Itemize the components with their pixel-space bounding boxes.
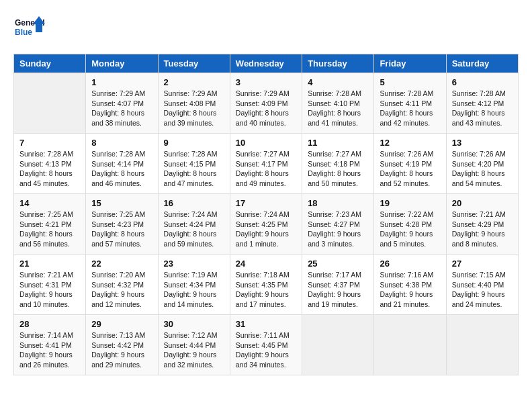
day-info: Sunrise: 7:28 AM Sunset: 4:10 PM Dayligh… bbox=[308, 89, 368, 128]
day-cell: 12Sunrise: 7:26 AM Sunset: 4:19 PM Dayli… bbox=[374, 134, 446, 194]
day-info: Sunrise: 7:27 AM Sunset: 4:18 PM Dayligh… bbox=[308, 149, 368, 189]
day-number: 12 bbox=[380, 138, 440, 148]
day-number: 4 bbox=[308, 77, 368, 87]
day-number: 25 bbox=[308, 259, 368, 269]
day-cell bbox=[446, 315, 518, 375]
day-cell: 30Sunrise: 7:12 AM Sunset: 4:44 PM Dayli… bbox=[158, 315, 230, 375]
week-row-2: 7Sunrise: 7:28 AM Sunset: 4:13 PM Daylig… bbox=[14, 134, 519, 194]
day-info: Sunrise: 7:28 AM Sunset: 4:12 PM Dayligh… bbox=[452, 89, 513, 128]
day-cell: 7Sunrise: 7:28 AM Sunset: 4:13 PM Daylig… bbox=[14, 134, 86, 194]
calendar-table: SundayMondayTuesdayWednesdayThursdayFrid… bbox=[13, 54, 519, 375]
day-info: Sunrise: 7:25 AM Sunset: 4:23 PM Dayligh… bbox=[91, 210, 152, 249]
day-cell: 26Sunrise: 7:16 AM Sunset: 4:38 PM Dayli… bbox=[374, 255, 446, 315]
day-info: Sunrise: 7:22 AM Sunset: 4:28 PM Dayligh… bbox=[380, 210, 440, 249]
day-cell bbox=[14, 73, 86, 134]
day-info: Sunrise: 7:21 AM Sunset: 4:29 PM Dayligh… bbox=[452, 210, 513, 249]
day-info: Sunrise: 7:13 AM Sunset: 4:42 PM Dayligh… bbox=[91, 330, 152, 370]
day-number: 7 bbox=[19, 138, 80, 148]
col-header-sunday: Sunday bbox=[14, 54, 86, 73]
day-number: 17 bbox=[236, 198, 296, 208]
day-cell: 25Sunrise: 7:17 AM Sunset: 4:37 PM Dayli… bbox=[302, 255, 374, 315]
day-info: Sunrise: 7:12 AM Sunset: 4:44 PM Dayligh… bbox=[164, 330, 224, 370]
col-header-friday: Friday bbox=[374, 54, 446, 73]
day-info: Sunrise: 7:24 AM Sunset: 4:24 PM Dayligh… bbox=[164, 210, 224, 249]
day-cell: 17Sunrise: 7:24 AM Sunset: 4:25 PM Dayli… bbox=[230, 194, 302, 255]
day-info: Sunrise: 7:26 AM Sunset: 4:19 PM Dayligh… bbox=[380, 149, 440, 189]
day-info: Sunrise: 7:17 AM Sunset: 4:37 PM Dayligh… bbox=[308, 270, 368, 310]
day-cell: 6Sunrise: 7:28 AM Sunset: 4:12 PM Daylig… bbox=[446, 73, 518, 134]
day-cell: 9Sunrise: 7:28 AM Sunset: 4:15 PM Daylig… bbox=[158, 134, 230, 194]
week-row-5: 28Sunrise: 7:14 AM Sunset: 4:41 PM Dayli… bbox=[14, 315, 519, 375]
day-number: 28 bbox=[19, 319, 80, 329]
day-number: 24 bbox=[236, 259, 296, 269]
day-cell: 15Sunrise: 7:25 AM Sunset: 4:23 PM Dayli… bbox=[86, 194, 158, 255]
day-cell: 24Sunrise: 7:18 AM Sunset: 4:35 PM Dayli… bbox=[230, 255, 302, 315]
page-header: General Blue bbox=[13, 13, 519, 47]
day-number: 14 bbox=[19, 198, 80, 208]
day-cell: 18Sunrise: 7:23 AM Sunset: 4:27 PM Dayli… bbox=[302, 194, 374, 255]
day-info: Sunrise: 7:14 AM Sunset: 4:41 PM Dayligh… bbox=[19, 330, 80, 370]
day-info: Sunrise: 7:21 AM Sunset: 4:31 PM Dayligh… bbox=[19, 270, 80, 310]
day-info: Sunrise: 7:27 AM Sunset: 4:17 PM Dayligh… bbox=[236, 149, 296, 189]
day-number: 1 bbox=[91, 77, 152, 87]
day-number: 27 bbox=[452, 259, 513, 269]
day-info: Sunrise: 7:29 AM Sunset: 4:07 PM Dayligh… bbox=[91, 89, 152, 128]
day-info: Sunrise: 7:15 AM Sunset: 4:40 PM Dayligh… bbox=[452, 270, 513, 310]
day-cell: 5Sunrise: 7:28 AM Sunset: 4:11 PM Daylig… bbox=[374, 73, 446, 134]
col-header-tuesday: Tuesday bbox=[158, 54, 230, 73]
day-info: Sunrise: 7:11 AM Sunset: 4:45 PM Dayligh… bbox=[236, 330, 296, 370]
day-cell bbox=[374, 315, 446, 375]
day-info: Sunrise: 7:23 AM Sunset: 4:27 PM Dayligh… bbox=[308, 210, 368, 249]
day-number: 31 bbox=[236, 319, 296, 329]
day-info: Sunrise: 7:24 AM Sunset: 4:25 PM Dayligh… bbox=[236, 210, 296, 249]
day-cell: 19Sunrise: 7:22 AM Sunset: 4:28 PM Dayli… bbox=[374, 194, 446, 255]
col-header-saturday: Saturday bbox=[446, 54, 518, 73]
day-cell: 4Sunrise: 7:28 AM Sunset: 4:10 PM Daylig… bbox=[302, 73, 374, 134]
day-number: 21 bbox=[19, 259, 80, 269]
day-number: 3 bbox=[236, 77, 296, 87]
day-number: 23 bbox=[164, 259, 224, 269]
day-number: 18 bbox=[308, 198, 368, 208]
day-number: 22 bbox=[91, 259, 152, 269]
day-number: 19 bbox=[380, 198, 440, 208]
day-cell: 27Sunrise: 7:15 AM Sunset: 4:40 PM Dayli… bbox=[446, 255, 518, 315]
day-info: Sunrise: 7:19 AM Sunset: 4:34 PM Dayligh… bbox=[164, 270, 224, 310]
day-number: 8 bbox=[91, 138, 152, 148]
day-cell: 11Sunrise: 7:27 AM Sunset: 4:18 PM Dayli… bbox=[302, 134, 374, 194]
calendar-header-row: SundayMondayTuesdayWednesdayThursdayFrid… bbox=[14, 54, 519, 73]
day-cell: 3Sunrise: 7:29 AM Sunset: 4:09 PM Daylig… bbox=[230, 73, 302, 134]
day-cell: 29Sunrise: 7:13 AM Sunset: 4:42 PM Dayli… bbox=[86, 315, 158, 375]
col-header-monday: Monday bbox=[86, 54, 158, 73]
logo-svg: General Blue bbox=[13, 13, 47, 47]
day-info: Sunrise: 7:28 AM Sunset: 4:14 PM Dayligh… bbox=[91, 149, 152, 189]
day-number: 15 bbox=[91, 198, 152, 208]
day-number: 29 bbox=[91, 319, 152, 329]
day-cell: 8Sunrise: 7:28 AM Sunset: 4:14 PM Daylig… bbox=[86, 134, 158, 194]
day-info: Sunrise: 7:20 AM Sunset: 4:32 PM Dayligh… bbox=[91, 270, 152, 310]
day-number: 26 bbox=[380, 259, 440, 269]
logo: General Blue bbox=[13, 13, 47, 47]
day-number: 10 bbox=[236, 138, 296, 148]
day-cell: 1Sunrise: 7:29 AM Sunset: 4:07 PM Daylig… bbox=[86, 73, 158, 134]
week-row-3: 14Sunrise: 7:25 AM Sunset: 4:21 PM Dayli… bbox=[14, 194, 519, 255]
day-info: Sunrise: 7:16 AM Sunset: 4:38 PM Dayligh… bbox=[380, 270, 440, 310]
day-cell: 22Sunrise: 7:20 AM Sunset: 4:32 PM Dayli… bbox=[86, 255, 158, 315]
day-number: 2 bbox=[164, 77, 224, 87]
day-info: Sunrise: 7:26 AM Sunset: 4:20 PM Dayligh… bbox=[452, 149, 513, 189]
week-row-4: 21Sunrise: 7:21 AM Sunset: 4:31 PM Dayli… bbox=[14, 255, 519, 315]
day-cell: 20Sunrise: 7:21 AM Sunset: 4:29 PM Dayli… bbox=[446, 194, 518, 255]
day-number: 9 bbox=[164, 138, 224, 148]
day-number: 11 bbox=[308, 138, 368, 148]
day-cell: 14Sunrise: 7:25 AM Sunset: 4:21 PM Dayli… bbox=[14, 194, 86, 255]
day-number: 13 bbox=[452, 138, 513, 148]
svg-text:Blue: Blue bbox=[15, 28, 32, 37]
col-header-thursday: Thursday bbox=[302, 54, 374, 73]
day-info: Sunrise: 7:28 AM Sunset: 4:15 PM Dayligh… bbox=[164, 149, 224, 189]
day-info: Sunrise: 7:25 AM Sunset: 4:21 PM Dayligh… bbox=[19, 210, 80, 249]
day-cell: 10Sunrise: 7:27 AM Sunset: 4:17 PM Dayli… bbox=[230, 134, 302, 194]
day-info: Sunrise: 7:29 AM Sunset: 4:08 PM Dayligh… bbox=[164, 89, 224, 128]
day-cell: 23Sunrise: 7:19 AM Sunset: 4:34 PM Dayli… bbox=[158, 255, 230, 315]
day-cell: 2Sunrise: 7:29 AM Sunset: 4:08 PM Daylig… bbox=[158, 73, 230, 134]
col-header-wednesday: Wednesday bbox=[230, 54, 302, 73]
day-number: 30 bbox=[164, 319, 224, 329]
